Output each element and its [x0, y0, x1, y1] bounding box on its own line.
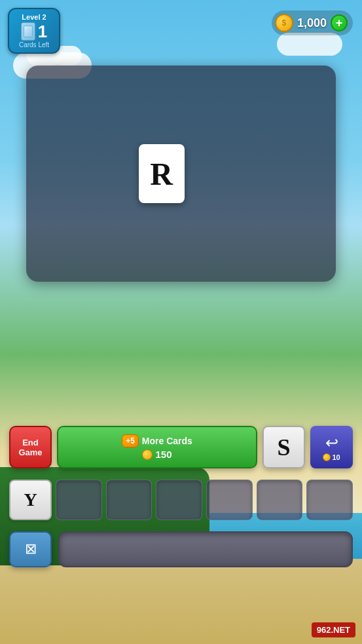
tray-slot-4[interactable]	[156, 480, 202, 520]
undo-icon: ↩	[325, 434, 338, 452]
s-card-text: S	[277, 434, 290, 461]
tray-letter-y-text: Y	[24, 489, 37, 510]
more-cards-cost: 150	[142, 449, 172, 460]
undo-coin-icon	[323, 453, 331, 461]
add-coin-button[interactable]: +	[331, 14, 348, 31]
coin-icon: $	[275, 14, 293, 32]
cards-icon	[21, 22, 35, 41]
tray-slot-5[interactable]	[206, 480, 253, 520]
shuffle-button[interactable]: ⊠	[9, 531, 52, 567]
letter-card-text: R	[150, 156, 173, 192]
s-card-button[interactable]: S	[262, 426, 305, 468]
tray-letter-y[interactable]: Y	[9, 480, 52, 520]
bottom-row: ⊠	[9, 529, 353, 569]
word-bar[interactable]	[58, 531, 353, 567]
controls-row: End Game +5 More Cards 150 S ↩ 10	[9, 423, 353, 472]
more-cards-top: +5 More Cards	[122, 434, 192, 447]
end-game-line1: End	[18, 438, 42, 447]
more-cards-button[interactable]: +5 More Cards 150	[57, 426, 257, 468]
undo-cost: 10	[323, 453, 340, 461]
tray-slot-3[interactable]	[106, 480, 153, 520]
end-game-line2: Game	[18, 447, 42, 457]
letter-tray: Y	[9, 478, 353, 521]
level-card-inner: 1	[21, 22, 47, 41]
more-cards-label: More Cards	[142, 436, 192, 446]
coin-display: $ 1,000 +	[272, 10, 353, 35]
end-game-button[interactable]: End Game	[9, 426, 52, 468]
small-coin-icon	[142, 449, 153, 460]
undo-button[interactable]: ↩ 10	[310, 426, 353, 468]
tray-slot-6[interactable]	[257, 480, 303, 520]
header: Level 2 1 Cards Left $ 1,000 +	[0, 0, 362, 59]
level-card: Level 2 1 Cards Left	[8, 8, 60, 54]
more-cards-cost-text: 150	[155, 449, 172, 460]
level-label: Level 2	[22, 13, 46, 21]
letter-card-r[interactable]: R	[139, 144, 185, 203]
undo-cost-text: 10	[332, 453, 340, 461]
cards-left-number: 1	[38, 23, 47, 40]
coin-amount: 1,000	[297, 16, 327, 30]
card-area: R	[26, 66, 336, 282]
cards-left-label: Cards Left	[19, 41, 49, 48]
plus5-badge: +5	[122, 434, 139, 447]
sand	[0, 559, 362, 644]
tray-slot-7[interactable]	[306, 480, 353, 520]
tray-slot-2[interactable]	[56, 480, 102, 520]
watermark: 962.NET	[312, 622, 355, 637]
shuffle-icon: ⊠	[25, 540, 37, 558]
